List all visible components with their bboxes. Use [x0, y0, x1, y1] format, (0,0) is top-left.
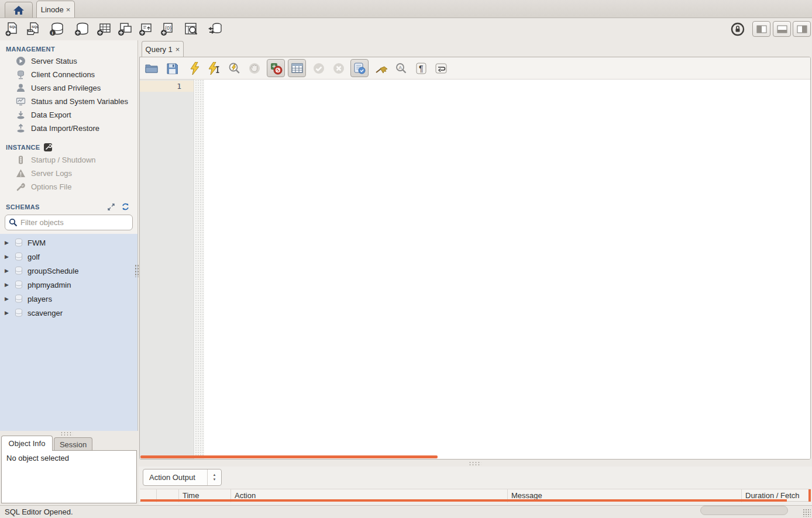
- spinner-arrows-icon[interactable]: ▲ ▼: [207, 469, 221, 485]
- sql-editor-toolbar: A ¶: [140, 57, 810, 80]
- schema-row-scavenger[interactable]: ▶ scavenger: [0, 306, 138, 320]
- sidebar-item-system-variables[interactable]: Status and System Variables: [0, 95, 137, 108]
- close-icon[interactable]: ×: [66, 6, 71, 13]
- connection-tab[interactable]: Linode ×: [36, 1, 75, 18]
- vertical-splitter-handle[interactable]: [135, 264, 139, 277]
- output-horizontal-scrollbar[interactable]: [140, 499, 787, 502]
- schema-tree: ▶ FWM ▶ golf ▶ groupSchedule ▶ phpmyadmi…: [0, 234, 138, 431]
- db-sync-icon[interactable]: [206, 20, 223, 38]
- management-section-header: MANAGEMENT: [6, 46, 132, 53]
- svg-text:i: i: [51, 30, 53, 36]
- output-splitter-handle[interactable]: [469, 461, 481, 465]
- sidebar-item-options-file[interactable]: Options File: [0, 180, 137, 194]
- tab-session[interactable]: Session: [54, 437, 92, 451]
- expander-icon[interactable]: ▶: [5, 296, 10, 302]
- svg-text:SQL: SQL: [32, 25, 39, 29]
- expander-icon[interactable]: ▶: [5, 268, 10, 274]
- schema-icon: [14, 252, 23, 261]
- expander-icon[interactable]: ▶: [5, 254, 10, 260]
- line-number: 1: [140, 81, 194, 92]
- schema-filter: [5, 215, 133, 230]
- view-plus-icon[interactable]: [116, 20, 133, 38]
- users-privileges-icon: [16, 83, 26, 93]
- schema-icon: [14, 238, 23, 247]
- autocommit-icon[interactable]: [350, 59, 369, 77]
- sql-file-open-icon[interactable]: SQL: [25, 20, 43, 38]
- output-selector-label: Action Output: [143, 473, 207, 482]
- table-search-icon[interactable]: [183, 20, 200, 38]
- execute-current-icon[interactable]: [207, 60, 223, 77]
- sidebar-item-data-export[interactable]: Data Export: [0, 108, 137, 122]
- output-vertical-scrollbar[interactable]: [808, 489, 811, 502]
- procedure-plus-icon[interactable]: [137, 20, 154, 38]
- execute-icon[interactable]: [187, 60, 203, 77]
- sidebar-item-server-logs[interactable]: Server Logs: [0, 167, 137, 180]
- expander-icon[interactable]: ▶: [5, 282, 10, 288]
- find-icon[interactable]: A: [393, 60, 410, 77]
- schemas-section-header: SCHEMAS: [6, 203, 132, 210]
- schema-row-phpmyadmin[interactable]: ▶ phpmyadmin: [0, 278, 138, 292]
- expander-icon[interactable]: ▶: [5, 240, 10, 246]
- wrench-badge-icon: [44, 143, 52, 151]
- function-plus-icon[interactable]: {0}: [159, 20, 176, 38]
- sql-editor: A ¶ 1: [139, 57, 811, 460]
- schema-row-fwm[interactable]: ▶ FWM: [0, 236, 138, 250]
- db-info-icon[interactable]: i: [48, 20, 66, 38]
- explain-icon[interactable]: [226, 60, 243, 77]
- expander-icon[interactable]: ▶: [5, 310, 10, 316]
- tab-query-1[interactable]: Query 1 ×: [142, 41, 184, 57]
- toggle-left-sidebar-icon[interactable]: [752, 21, 770, 37]
- connection-lock-icon[interactable]: [729, 20, 746, 38]
- db-plus-icon[interactable]: [73, 20, 91, 38]
- system-variables-icon: [16, 96, 26, 106]
- schema-row-groupschedule[interactable]: ▶ groupSchedule: [0, 264, 138, 278]
- refresh-icon[interactable]: [122, 203, 129, 210]
- close-icon[interactable]: ×: [176, 46, 180, 53]
- server-status-icon: [16, 56, 26, 66]
- table-plus-icon[interactable]: [95, 20, 112, 38]
- commit-icon[interactable]: [311, 60, 327, 77]
- limit-rows-icon[interactable]: [288, 59, 306, 77]
- home-tab[interactable]: [5, 2, 33, 18]
- sidebar-item-server-status[interactable]: Server Status: [0, 54, 137, 68]
- server-logs-icon: [16, 168, 26, 178]
- instance-section-header: INSTANCE: [6, 143, 132, 151]
- startup-shutdown-icon: [16, 155, 26, 165]
- toggle-right-sidebar-icon[interactable]: [793, 21, 811, 37]
- sidebar-item-client-connections[interactable]: Client Connections: [0, 68, 137, 81]
- save-icon[interactable]: [164, 60, 180, 77]
- rollback-icon[interactable]: [331, 60, 347, 77]
- schema-icon: [14, 280, 23, 289]
- sidebar-splitter-handle[interactable]: [60, 431, 73, 436]
- sidebar-item-startup-shutdown[interactable]: Startup / Shutdown: [0, 153, 137, 167]
- sql-file-plus-icon[interactable]: SQL: [4, 20, 21, 38]
- home-icon: [13, 6, 24, 15]
- invisible-chars-icon[interactable]: ¶: [413, 60, 429, 77]
- object-info-panel: No object selected: [1, 450, 137, 503]
- data-import-icon: [16, 123, 26, 133]
- schema-filter-input[interactable]: [20, 218, 129, 227]
- editor-horizontal-scrollbar[interactable]: [140, 455, 438, 458]
- toggle-bottom-panel-icon[interactable]: [773, 21, 791, 37]
- schema-row-players[interactable]: ▶ players: [0, 292, 138, 306]
- sql-text-area[interactable]: [204, 80, 810, 459]
- data-export-icon: [16, 110, 26, 120]
- svg-text:{0}: {0}: [165, 25, 171, 31]
- statusbar-scroll-thumb[interactable]: [700, 506, 788, 515]
- tab-object-info[interactable]: Object Info: [1, 436, 53, 451]
- options-file-icon: [16, 182, 26, 192]
- wrap-text-icon[interactable]: [433, 60, 449, 77]
- schema-row-golf[interactable]: ▶ golf: [0, 250, 138, 264]
- open-file-icon[interactable]: [143, 60, 160, 77]
- beautify-icon[interactable]: [373, 60, 390, 77]
- svg-text:A: A: [399, 65, 402, 70]
- stop-icon[interactable]: [246, 60, 263, 77]
- connection-tab-label: Linode: [41, 5, 64, 14]
- output-selector[interactable]: Action Output ▲ ▼: [143, 469, 222, 486]
- sidebar-item-data-import[interactable]: Data Import/Restore: [0, 122, 137, 135]
- toggle-stop-on-error-icon[interactable]: [267, 59, 285, 77]
- output-panel: Action Output ▲ ▼ Time Action Message Du…: [139, 467, 812, 505]
- expand-icon[interactable]: [108, 203, 115, 210]
- window-resize-grip[interactable]: [803, 509, 811, 517]
- sidebar-item-users-privileges[interactable]: Users and Privileges: [0, 81, 137, 95]
